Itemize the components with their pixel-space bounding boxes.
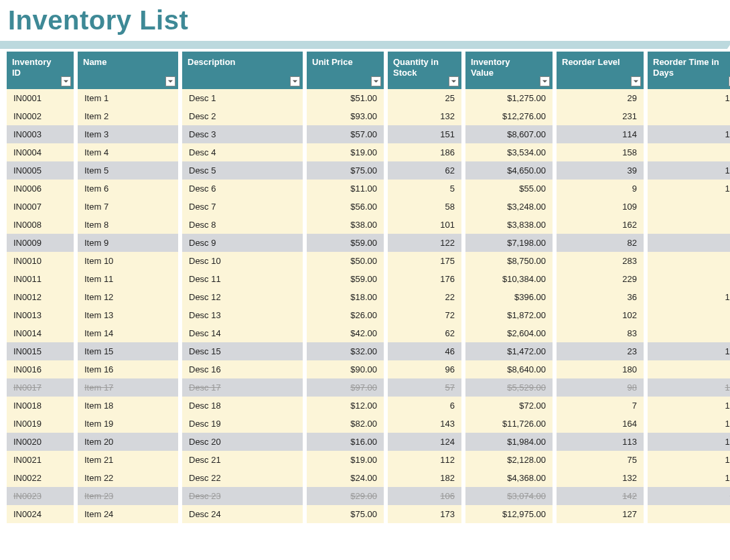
cell-name: Item 6: [78, 180, 178, 198]
table-row[interactable]: IN0020Item 20Desc 20$16.00124$1,984.0011…: [7, 433, 730, 451]
table-row[interactable]: IN0007Item 7Desc 7$56.0058$3,248.001097: [7, 198, 730, 216]
cell-price: $75.00: [307, 505, 384, 523]
cell-days: 3: [648, 216, 730, 234]
cell-qty: 182: [388, 469, 461, 487]
header-ribbon: [0, 37, 730, 52]
cell-name: Item 13: [78, 306, 178, 324]
table-row[interactable]: IN0001Item 1Desc 1$51.0025$1,275.002913: [7, 89, 730, 107]
cell-qty: 96: [388, 360, 461, 378]
cell-days: 9: [648, 306, 730, 324]
filter-dropdown-icon[interactable]: [371, 76, 381, 86]
table-row[interactable]: IN0015Item 15Desc 15$32.0046$1,472.00231…: [7, 342, 730, 360]
cell-days: 11: [648, 451, 730, 469]
cell-qty: 176: [388, 270, 461, 288]
cell-name: Item 9: [78, 234, 178, 252]
table-row[interactable]: IN0017Item 17Desc 17$97.0057$5,529.00981…: [7, 378, 730, 397]
cell-price: $57.00: [307, 125, 384, 143]
cell-desc: Desc 15: [182, 342, 303, 360]
inventory-table: Inventory IDNameDescriptionUnit PriceQua…: [3, 52, 730, 523]
cell-desc: Desc 7: [182, 198, 303, 216]
cell-desc: Desc 18: [182, 397, 303, 415]
table-row[interactable]: IN0014Item 14Desc 14$42.0062$2,604.00832: [7, 324, 730, 342]
cell-id: IN0024: [7, 505, 74, 523]
table-row[interactable]: IN0022Item 22Desc 22$24.00182$4,368.0013…: [7, 469, 730, 487]
table-row[interactable]: IN0019Item 19Desc 19$82.00143$11,726.001…: [7, 415, 730, 433]
filter-dropdown-icon[interactable]: [631, 76, 641, 86]
cell-days: 4: [648, 107, 730, 125]
cell-qty: 143: [388, 415, 461, 433]
filter-dropdown-icon[interactable]: [290, 76, 300, 86]
cell-value: $4,650.00: [465, 161, 553, 180]
cell-price: $42.00: [307, 324, 384, 342]
cell-price: $59.00: [307, 270, 384, 288]
cell-name: Item 16: [78, 360, 178, 378]
cell-price: $59.00: [307, 234, 384, 252]
table-row[interactable]: IN0024Item 24Desc 24$75.00173$12,975.001…: [7, 505, 730, 523]
table-row[interactable]: IN0018Item 18Desc 18$12.006$72.00713: [7, 397, 730, 415]
cell-desc: Desc 3: [182, 125, 303, 143]
cell-desc: Desc 11: [182, 270, 303, 288]
cell-reorder: 142: [557, 487, 644, 505]
cell-qty: 106: [388, 487, 461, 505]
cell-id: IN0010: [7, 252, 74, 270]
cell-value: $3,838.00: [465, 216, 553, 234]
cell-price: $50.00: [307, 252, 384, 270]
cell-name: Item 14: [78, 324, 178, 342]
table-row[interactable]: IN0002Item 2Desc 2$93.00132$12,276.00231…: [7, 107, 730, 125]
table-row[interactable]: IN0013Item 13Desc 13$26.0072$1,872.00102…: [7, 306, 730, 324]
table-row[interactable]: IN0005Item 5Desc 5$75.0062$4,650.003912: [7, 161, 730, 180]
table-row[interactable]: IN0009Item 9Desc 9$59.00122$7,198.00823: [7, 234, 730, 252]
filter-dropdown-icon[interactable]: [449, 76, 459, 86]
table-row[interactable]: IN0004Item 4Desc 4$19.00186$3,534.001586: [7, 143, 730, 161]
table-row[interactable]: IN0021Item 21Desc 21$19.00112$2,128.0075…: [7, 451, 730, 469]
cell-desc: Desc 2: [182, 107, 303, 125]
filter-dropdown-icon[interactable]: [165, 76, 175, 86]
cell-name: Item 11: [78, 270, 178, 288]
cell-days: 11: [648, 125, 730, 143]
cell-name: Item 5: [78, 161, 178, 180]
cell-desc: Desc 12: [182, 288, 303, 306]
cell-reorder: 231: [557, 107, 644, 125]
cell-days: 3: [648, 234, 730, 252]
cell-value: $3,534.00: [465, 143, 553, 161]
table-row[interactable]: IN0012Item 12Desc 12$18.0022$396.003612: [7, 288, 730, 306]
cell-price: $38.00: [307, 216, 384, 234]
column-label: Unit Price: [312, 57, 378, 68]
cell-desc: Desc 21: [182, 451, 303, 469]
cell-qty: 57: [388, 378, 461, 397]
cell-reorder: 39: [557, 161, 644, 180]
cell-id: IN0017: [7, 378, 74, 397]
table-row[interactable]: IN0016Item 16Desc 16$90.0096$8,640.00180…: [7, 360, 730, 378]
table-row[interactable]: IN0006Item 6Desc 6$11.005$55.00913: [7, 180, 730, 198]
cell-desc: Desc 5: [182, 161, 303, 180]
column-label: Inventory ID: [12, 57, 68, 78]
page-header: Inventory List: [0, 0, 730, 36]
table-row[interactable]: IN0010Item 10Desc 10$50.00175$8,750.0028…: [7, 252, 730, 270]
filter-dropdown-icon[interactable]: [540, 76, 550, 86]
cell-id: IN0003: [7, 125, 74, 143]
cell-price: $97.00: [307, 378, 384, 397]
cell-reorder: 82: [557, 234, 644, 252]
cell-days: 1: [648, 487, 730, 505]
cell-reorder: 132: [557, 469, 644, 487]
table-row[interactable]: IN0023Item 23Desc 23$29.00106$3,074.0014…: [7, 487, 730, 505]
table-row[interactable]: IN0008Item 8Desc 8$38.00101$3,838.001623: [7, 216, 730, 234]
cell-reorder: 114: [557, 125, 644, 143]
cell-desc: Desc 13: [182, 306, 303, 324]
cell-days: 12: [648, 415, 730, 433]
table-row[interactable]: IN0011Item 11Desc 11$59.00176$10,384.002…: [7, 270, 730, 288]
cell-value: $1,472.00: [465, 342, 553, 360]
filter-dropdown-icon[interactable]: [61, 76, 71, 86]
table-row[interactable]: IN0003Item 3Desc 3$57.00151$8,607.001141…: [7, 125, 730, 143]
cell-days: 9: [648, 505, 730, 523]
cell-price: $19.00: [307, 143, 384, 161]
cell-id: IN0013: [7, 306, 74, 324]
cell-value: $1,872.00: [465, 306, 553, 324]
cell-qty: 101: [388, 216, 461, 234]
cell-value: $2,604.00: [465, 324, 553, 342]
cell-price: $19.00: [307, 451, 384, 469]
column-header: Reorder Time in Days: [648, 52, 730, 89]
table-body: IN0001Item 1Desc 1$51.0025$1,275.002913I…: [7, 89, 730, 523]
cell-name: Item 4: [78, 143, 178, 161]
cell-qty: 122: [388, 234, 461, 252]
